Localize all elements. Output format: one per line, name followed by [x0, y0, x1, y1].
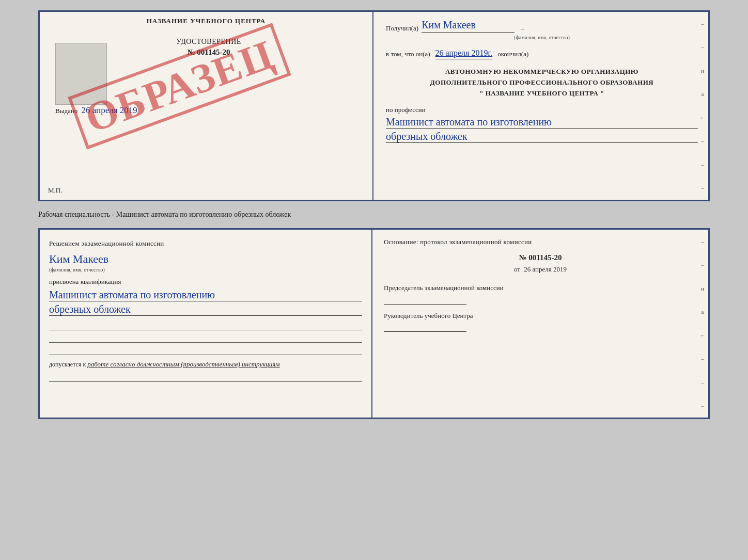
- blank-line-2: [49, 333, 362, 343]
- issued-label: Выдано: [55, 107, 77, 115]
- protocol-date-prefix: от: [514, 265, 520, 273]
- edge-marks-right: – – и а ← – – –: [698, 12, 707, 200]
- blank-line-3: [49, 346, 362, 355]
- allowed-work: допускается к работе согласно должностны…: [49, 360, 362, 369]
- cert-title: УДОСТОВЕРЕНИЕ: [176, 38, 241, 46]
- qual-label: присвоена квалификация: [49, 278, 362, 286]
- received-line: Получил(а) Ким Макеев –: [386, 19, 698, 33]
- mp-label: М.П.: [48, 186, 62, 195]
- protocol-date: от 26 апреля 2019: [384, 265, 697, 274]
- date-line: в том, что он(а) 26 апреля 2019г. окончи…: [386, 49, 698, 59]
- bottom-right-panel: Основание: протокол экзаменационной коми…: [372, 228, 710, 419]
- qual-line1: Машинист автомата по изготовлению: [49, 289, 362, 301]
- top-left-panel: НАЗВАНИЕ УЧЕБНОГО ЦЕНТРА УДОСТОВЕРЕНИЕ №…: [38, 10, 373, 201]
- profession-label: по профессии: [386, 106, 698, 114]
- person-name-bottom: Ким Макеев: [49, 252, 362, 266]
- chairman-block: Председатель экзаменационной комиссии: [384, 283, 697, 305]
- date-prefix: в том, что он(а): [386, 50, 430, 58]
- allowed-text: работе согласно должностным (производств…: [87, 360, 279, 368]
- received-label: Получил(а): [386, 24, 418, 33]
- bottom-document: Решением экзаменационной комиссии Ким Ма…: [38, 228, 710, 419]
- head-block: Руководитель учебного Центра: [384, 311, 697, 332]
- commission-line: Решением экзаменационной комиссии: [49, 238, 362, 249]
- protocol-date-value: 26 апреля 2019: [524, 265, 567, 273]
- issued-line: Выдано 26 апреля 2019: [55, 105, 362, 116]
- bottom-left-panel: Решением экзаменационной комиссии Ким Ма…: [38, 228, 372, 419]
- cert-number: № 001145-20: [188, 48, 230, 57]
- top-right-panel: Получил(а) Ким Макеев – (фамилия, имя, о…: [373, 10, 710, 201]
- blank-line-bottom: [49, 373, 362, 382]
- head-title: Руководитель учебного Центра: [384, 311, 697, 321]
- org-line2: ДОПОЛНИТЕЛЬНОГО ПРОФЕССИОНАЛЬНОГО ОБРАЗО…: [386, 77, 698, 88]
- chairman-sig-line: [384, 295, 466, 305]
- protocol-label: Основание: протокол экзаменационной коми…: [384, 238, 697, 246]
- fio-sub-top: (фамилия, имя, отчество): [386, 35, 698, 40]
- cert-date: 26 апреля 2019г.: [435, 49, 493, 59]
- fio-sub-bottom: (фамилия, имя, отчество): [49, 267, 362, 273]
- edge-marks-right-bottom: – – и а ← – – –: [698, 230, 707, 418]
- org-line3: " НАЗВАНИЕ УЧЕБНОГО ЦЕНТРА ": [386, 88, 698, 99]
- allowed-label: допускается к: [49, 361, 86, 368]
- org-block: АВТОНОМНУЮ НЕКОММЕРЧЕСКУЮ ОРГАНИЗАЦИЮ ДО…: [386, 67, 698, 99]
- org-line1: АВТОНОМНУЮ НЕКОММЕРЧЕСКУЮ ОРГАНИЗАЦИЮ: [386, 67, 698, 77]
- specialty-label: Рабочая специальность - Машинист автомат…: [38, 211, 710, 219]
- received-name: Ким Макеев: [422, 19, 515, 33]
- profession-line2: обрезных обложек: [386, 131, 698, 143]
- profession-line1: Машинист автомата по изготовлению: [386, 116, 698, 129]
- blank-line-1: [49, 321, 362, 330]
- school-name-top: НАЗВАНИЕ УЧЕБНОГО ЦЕНТРА: [147, 17, 266, 25]
- date-suffix: окончил(а): [497, 50, 528, 58]
- head-sig-line: [384, 323, 466, 332]
- top-document: НАЗВАНИЕ УЧЕБНОГО ЦЕНТРА УДОСТОВЕРЕНИЕ №…: [38, 10, 710, 201]
- qual-line2: обрезных обложек: [49, 303, 362, 316]
- protocol-number: № 001145-20: [384, 253, 697, 262]
- issued-date: 26 апреля 2019: [82, 105, 137, 115]
- chairman-title: Председатель экзаменационной комиссии: [384, 283, 697, 293]
